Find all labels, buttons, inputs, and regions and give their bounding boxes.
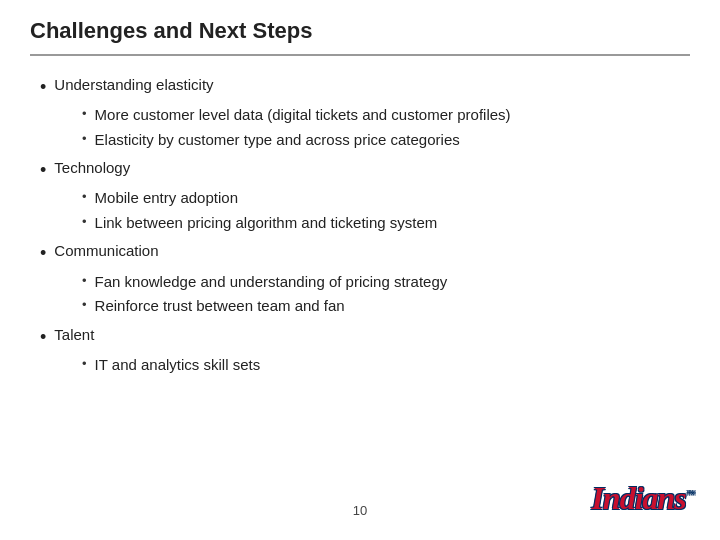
main-item-label: Technology <box>54 157 130 180</box>
sub-item: •More customer level data (digital ticke… <box>82 104 690 127</box>
logo-text: Indians™ <box>591 480 694 517</box>
logo: Indians™ <box>588 471 698 526</box>
sub-item-label: Mobile entry adoption <box>95 187 238 210</box>
main-item-label: Communication <box>54 240 158 263</box>
sub-item-label: Fan knowledge and understanding of prici… <box>95 271 448 294</box>
sub-bullet: • <box>82 356 87 371</box>
sub-item-label: More customer level data (digital ticket… <box>95 104 511 127</box>
sub-items-group: •IT and analytics skill sets <box>82 354 690 377</box>
main-bullet: • <box>40 325 46 350</box>
sub-item: •IT and analytics skill sets <box>82 354 690 377</box>
sub-bullet: • <box>82 131 87 146</box>
main-bullet: • <box>40 241 46 266</box>
sub-bullet: • <box>82 106 87 121</box>
sub-item: •Reinforce trust between team and fan <box>82 295 690 318</box>
sub-bullet: • <box>82 189 87 204</box>
main-item-label: Talent <box>54 324 94 347</box>
main-item: •Understanding elasticity <box>40 74 690 100</box>
main-item: •Communication <box>40 240 690 266</box>
main-item: •Talent <box>40 324 690 350</box>
main-bullet: • <box>40 75 46 100</box>
sub-item: •Mobile entry adoption <box>82 187 690 210</box>
sub-items-group: •Fan knowledge and understanding of pric… <box>82 271 690 318</box>
sub-items-group: •Mobile entry adoption•Link between pric… <box>82 187 690 234</box>
content-area: •Understanding elasticity•More customer … <box>30 74 690 376</box>
main-bullet: • <box>40 158 46 183</box>
divider <box>30 54 690 56</box>
sub-item-label: Link between pricing algorithm and ticke… <box>95 212 438 235</box>
page-number: 10 <box>353 503 367 518</box>
sub-items-group: •More customer level data (digital ticke… <box>82 104 690 151</box>
sub-item: •Link between pricing algorithm and tick… <box>82 212 690 235</box>
sub-item-label: Reinforce trust between team and fan <box>95 295 345 318</box>
sub-bullet: • <box>82 297 87 312</box>
sub-bullet: • <box>82 273 87 288</box>
sub-item-label: IT and analytics skill sets <box>95 354 261 377</box>
slide: Challenges and Next Steps •Understanding… <box>0 0 720 540</box>
sub-item: •Fan knowledge and understanding of pric… <box>82 271 690 294</box>
sub-bullet: • <box>82 214 87 229</box>
page-title: Challenges and Next Steps <box>30 18 690 44</box>
main-item: •Technology <box>40 157 690 183</box>
main-item-label: Understanding elasticity <box>54 74 213 97</box>
sub-item: •Elasticity by customer type and across … <box>82 129 690 152</box>
sub-item-label: Elasticity by customer type and across p… <box>95 129 460 152</box>
